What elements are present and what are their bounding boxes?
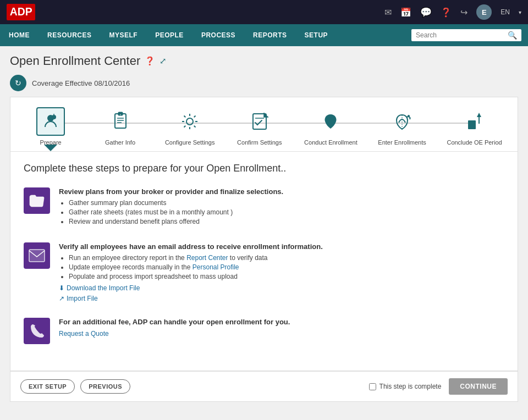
body-title: Complete these steps to prepare for your… xyxy=(24,163,504,174)
coverage-banner: ↻ Coverage Effective 08/10/2016 xyxy=(0,73,528,97)
signout-icon[interactable]: ↪ xyxy=(460,7,468,18)
nav-people[interactable]: PEOPLE xyxy=(146,24,193,46)
list-item: Populate and process import spreadsheet … xyxy=(69,273,504,280)
step-conclude-oe-label: Conclude OE Period xyxy=(447,139,502,146)
adp-logo: ADP xyxy=(7,4,35,20)
page-header: Open Enrollment Center ❓ ⤢ xyxy=(0,46,528,73)
step-gather-info-label: Gather Info xyxy=(105,139,135,146)
section-verify-email-content: Verify all employees have an email addre… xyxy=(59,242,504,302)
step-gather-info-icon: + xyxy=(106,107,135,136)
section-verify-email-icon xyxy=(24,242,50,269)
section-verify-email-heading: Verify all employees have an email addre… xyxy=(59,242,504,251)
steps-bar: Prepare + Gather Info xyxy=(10,97,518,152)
section-review-plans: Review plans from your broker or provide… xyxy=(24,187,504,227)
svg-text:ADP: ADP xyxy=(10,6,32,18)
coverage-icon: ↻ xyxy=(10,75,26,91)
previous-button[interactable]: PREVIOUS xyxy=(80,379,130,394)
list-item: Update employee records manually in the … xyxy=(69,263,504,271)
step-enter-enrollments-icon xyxy=(388,107,416,136)
request-quote-link[interactable]: Request a Quote xyxy=(59,330,109,338)
main-content: Prepare + Gather Info xyxy=(10,97,518,371)
svg-rect-18 xyxy=(29,250,45,262)
svg-point-14 xyxy=(408,115,410,117)
step-conduct-enrollment[interactable]: Conduct Enrollment xyxy=(304,107,358,146)
step-prepare[interactable]: Prepare xyxy=(26,107,75,146)
nav-myself[interactable]: MYSELF xyxy=(101,24,147,46)
page-help-icon[interactable]: ❓ xyxy=(145,56,155,66)
chat-icon[interactable]: 💬 xyxy=(420,7,432,18)
svg-point-2 xyxy=(52,115,56,119)
search-input[interactable] xyxy=(416,31,508,39)
svg-text:+: + xyxy=(119,113,121,116)
nav-reports[interactable]: REPORTS xyxy=(244,24,296,46)
external-link-icon: ↗ xyxy=(59,295,64,302)
svg-marker-16 xyxy=(477,113,481,117)
step-configure-settings-icon xyxy=(175,107,204,136)
svg-rect-15 xyxy=(468,120,476,129)
step-active-arrow xyxy=(44,145,57,151)
step-complete-label: This step is complete xyxy=(369,383,442,390)
exit-setup-button[interactable]: EXIT SETUP xyxy=(20,379,75,394)
nav-bar: HOME RESOURCES MYSELF PEOPLE PROCESS REP… xyxy=(0,24,528,46)
section-verify-email: Verify all employees have an email addre… xyxy=(24,242,504,302)
step-complete-checkbox[interactable] xyxy=(369,383,376,390)
section-adp-fee-links: Request a Quote xyxy=(59,329,504,338)
section-adp-fee-icon xyxy=(24,318,50,344)
calendar-icon[interactable]: 📅 xyxy=(400,7,411,18)
help-icon[interactable]: ❓ xyxy=(441,7,452,18)
search-bar: 🔍 xyxy=(411,29,521,41)
step-confirm-settings-label: Confirm Settings xyxy=(237,139,282,146)
section-adp-fee: For an additional fee, ADP can handle yo… xyxy=(24,318,504,344)
page-header-icons: ❓ ⤢ xyxy=(145,56,167,66)
report-center-link[interactable]: Report Center xyxy=(186,254,228,262)
import-file-link[interactable]: ↗ Import File xyxy=(59,295,98,302)
language-chevron: ▾ xyxy=(519,9,521,15)
nav-resources[interactable]: RESOURCES xyxy=(38,24,101,46)
list-item: Gather summary plan documents xyxy=(69,199,504,207)
section-adp-fee-heading: For an additional fee, ADP can handle yo… xyxy=(59,318,504,326)
step-conduct-enrollment-label: Conduct Enrollment xyxy=(304,139,358,146)
step-conclude-oe[interactable]: Conclude OE Period xyxy=(447,107,502,146)
nav-process[interactable]: PROCESS xyxy=(193,24,244,46)
step-prepare-icon xyxy=(36,107,65,136)
step-enter-enrollments-label: Enter Enrollments xyxy=(378,139,426,146)
nav-items: HOME RESOURCES MYSELF PEOPLE PROCESS REP… xyxy=(0,24,405,46)
footer-left-buttons: EXIT SETUP PREVIOUS xyxy=(20,379,130,394)
step-gather-info[interactable]: + Gather Info xyxy=(96,107,145,146)
search-icon[interactable]: 🔍 xyxy=(508,31,517,40)
top-bar: ADP ✉ 📅 💬 ❓ ↪ E EN ▾ xyxy=(0,0,528,24)
coverage-text: Coverage Effective 08/10/2016 xyxy=(32,79,130,87)
page-footer: EXIT SETUP PREVIOUS This step is complet… xyxy=(10,371,518,402)
footer-right-controls: This step is complete CONTINUE xyxy=(369,378,508,395)
download-icon: ⬇ xyxy=(59,284,64,292)
list-item: Run an employee directory report in the … xyxy=(69,254,504,262)
refresh-icon: ↻ xyxy=(15,79,21,87)
avatar[interactable]: E xyxy=(476,4,492,20)
page-expand-icon[interactable]: ⤢ xyxy=(160,56,167,66)
top-bar-icons: ✉ 📅 💬 ❓ ↪ E EN ▾ xyxy=(384,4,521,20)
step-conclude-oe-icon xyxy=(460,107,489,136)
nav-setup[interactable]: SETUP xyxy=(296,24,337,46)
step-enter-enrollments[interactable]: Enter Enrollments xyxy=(377,107,427,146)
step-conduct-enrollment-icon xyxy=(316,107,345,136)
continue-button[interactable]: CONTINUE xyxy=(449,378,508,395)
language-selector[interactable]: EN xyxy=(501,8,510,16)
section-verify-email-links: ⬇ Download the Import File ↗ Import File xyxy=(59,284,504,302)
section-review-plans-icon xyxy=(24,187,50,214)
nav-home[interactable]: HOME xyxy=(0,24,38,46)
list-item: Gather rate sheets (rates must be in a m… xyxy=(69,208,504,216)
step-confirm-settings[interactable]: Confirm Settings xyxy=(235,107,284,146)
personal-profile-link[interactable]: Personal Profile xyxy=(193,263,239,271)
step-configure-settings[interactable]: Configure Settings xyxy=(165,107,215,146)
section-review-plans-content: Review plans from your broker or provide… xyxy=(59,187,504,227)
section-review-plans-list: Gather summary plan documents Gather rat… xyxy=(59,199,504,225)
svg-point-11 xyxy=(186,118,193,125)
download-import-link[interactable]: ⬇ Download the Import File xyxy=(59,284,140,292)
step-confirm-settings-icon xyxy=(245,107,274,136)
section-review-plans-heading: Review plans from your broker or provide… xyxy=(59,187,504,196)
body-content: Complete these steps to prepare for your… xyxy=(10,152,518,371)
list-item: Review and understand benefit plans offe… xyxy=(69,218,504,225)
mail-icon[interactable]: ✉ xyxy=(384,7,392,18)
section-verify-email-list: Run an employee directory report in the … xyxy=(59,254,504,280)
steps-row: Prepare + Gather Info xyxy=(16,107,512,151)
